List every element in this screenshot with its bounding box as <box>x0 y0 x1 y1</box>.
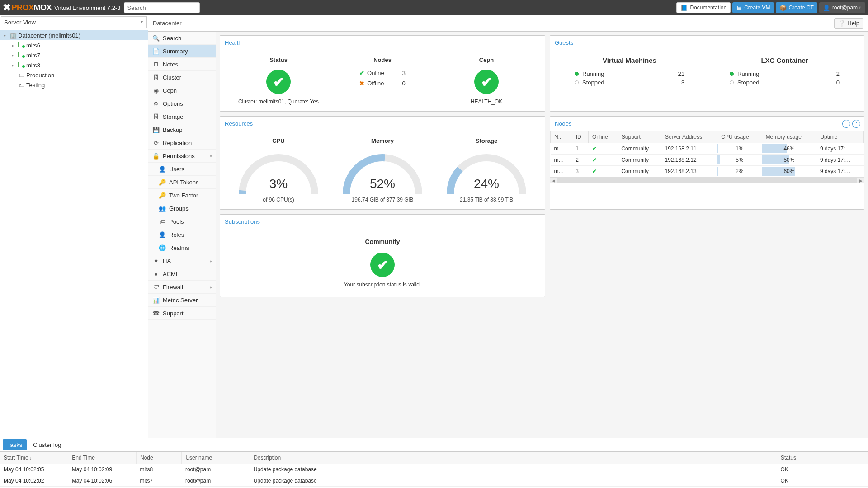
nav-icon: 👤 <box>158 231 166 238</box>
col-header[interactable]: Uptime <box>816 131 864 143</box>
horizontal-scrollbar[interactable]: ◀▶ <box>550 177 864 183</box>
guests-panel: Guests Virtual Machines Running21 Stoppe… <box>550 35 864 112</box>
nav-icon: ♥ <box>152 258 160 264</box>
col-header[interactable]: CPU usage <box>717 131 762 143</box>
tree-node[interactable]: ▸mits7 <box>0 50 148 60</box>
nav-item-acme[interactable]: ●ACME <box>148 267 216 281</box>
nav-item-cluster[interactable]: 🗄Cluster <box>148 71 216 84</box>
col-header[interactable]: N.. <box>551 131 572 143</box>
col-header[interactable]: Support <box>618 131 661 143</box>
nav-icon: 🌐 <box>158 244 166 251</box>
nav-label: Groups <box>169 205 189 212</box>
col-header[interactable]: End Time <box>68 452 137 464</box>
nav-item-metric-server[interactable]: 📊Metric Server <box>148 294 216 307</box>
table-row[interactable]: May 04 10:02:02May 04 10:02:06mits7root@… <box>0 475 868 487</box>
nav-item-options[interactable]: ⚙Options <box>148 97 216 110</box>
resources-panel: Resources CPU 3% of 96 CPU(s) Memory 52%… <box>220 116 545 210</box>
nav-icon: 🗒 <box>152 61 160 68</box>
check-icon: ✔ <box>592 145 597 152</box>
guests-vm-column: Virtual Machines Running21 Stopped3 <box>557 56 703 87</box>
check-icon: ✔ <box>359 70 364 76</box>
expand-icon[interactable]: ▸ <box>12 53 17 58</box>
nav-item-realms[interactable]: 🌐Realms <box>148 241 216 254</box>
nav-item-groups[interactable]: 👥Groups <box>148 202 216 215</box>
nav-item-replication[interactable]: ⟳Replication <box>148 136 216 150</box>
ceph-status-text: HEALTH_OK <box>434 99 538 105</box>
nav-label: Storage <box>163 113 184 120</box>
nav-item-users[interactable]: 👤Users <box>148 163 216 176</box>
tree-datacenter[interactable]: ▾ 🏢 Datacenter (mellmits01) <box>0 30 148 40</box>
nav-icon: 🗄 <box>152 113 160 120</box>
nav-item-ha[interactable]: ♥HA▸ <box>148 254 216 267</box>
tab-cluster-log[interactable]: Cluster log <box>28 439 66 450</box>
nav-label: API Tokens <box>169 179 199 186</box>
create-vm-button[interactable]: 🖥Create VM <box>732 2 774 13</box>
table-row[interactable]: m…2✔Community192.168.2.125%50%9 days 17:… <box>551 155 864 166</box>
tab-tasks[interactable]: Tasks <box>3 439 27 450</box>
nav-item-roles[interactable]: 👤Roles <box>148 228 216 241</box>
panel-title: Resources <box>220 117 545 131</box>
nav-item-summary[interactable]: 📄Summary <box>148 45 216 58</box>
col-header[interactable]: Server Address <box>661 131 717 143</box>
nav-icon: 📊 <box>152 297 160 304</box>
expand-icon[interactable]: ▸ <box>12 43 17 48</box>
gauge-subtitle: of 96 CPU(s) <box>226 197 330 203</box>
nav-item-permissions[interactable]: 🔓Permissions▾ <box>148 150 216 163</box>
col-header[interactable]: Status <box>777 452 868 464</box>
col-header[interactable]: Memory usage <box>762 131 816 143</box>
scroll-left-icon[interactable]: ◀ <box>550 178 557 183</box>
collapse-icon[interactable]: ▾ <box>4 33 9 38</box>
nav-icon: ● <box>152 271 160 277</box>
col-header[interactable]: ID <box>572 131 588 143</box>
table-row[interactable]: May 04 10:02:05May 04 10:02:09mits8root@… <box>0 464 868 475</box>
logo-x-icon: ✖ <box>3 2 11 14</box>
panel-title: Health <box>220 36 545 50</box>
chevron-down-icon[interactable]: ˅ <box>852 120 860 128</box>
nav-item-search[interactable]: 🔍Search <box>148 32 216 45</box>
nav-item-pools[interactable]: 🏷Pools <box>148 215 216 228</box>
server-icon <box>17 42 25 49</box>
col-header[interactable]: Node <box>136 452 181 464</box>
documentation-button[interactable]: 📘Documentation <box>676 2 731 13</box>
tree-pool[interactable]: 🏷Testing <box>0 80 148 90</box>
create-ct-button[interactable]: 📦Create CT <box>776 2 817 13</box>
lxc-stopped-count: 0 <box>836 79 840 86</box>
tree-node[interactable]: ▸mits8 <box>0 60 148 70</box>
scroll-right-icon[interactable]: ▶ <box>858 178 864 183</box>
nav-label: Notes <box>163 61 178 68</box>
bottom-tabs: Tasks Cluster log <box>0 438 868 452</box>
table-row[interactable]: m…3✔Community192.168.2.132%60%9 days 17:… <box>551 166 864 177</box>
view-selector[interactable]: Server View ▼ <box>1 16 147 28</box>
col-header[interactable]: User name <box>182 452 250 464</box>
nav-item-firewall[interactable]: 🛡Firewall▸ <box>148 281 216 294</box>
server-icon <box>17 52 25 59</box>
nav-item-ceph[interactable]: ◉Ceph <box>148 84 216 97</box>
col-header[interactable]: Online <box>589 131 618 143</box>
nav-item-api-tokens[interactable]: 🔑API Tokens <box>148 176 216 189</box>
nav-item-storage[interactable]: 🗄Storage <box>148 110 216 123</box>
check-icon: ✔ <box>592 168 597 174</box>
col-header[interactable]: Start Time↓ <box>0 452 68 464</box>
nav-item-backup[interactable]: 💾Backup <box>148 123 216 136</box>
table-row[interactable]: m…1✔Community192.168.2.111%46%9 days 17:… <box>551 143 864 155</box>
nav-label: Cluster <box>163 74 181 81</box>
tree-pool[interactable]: 🏷Production <box>0 70 148 80</box>
inner-nav: 🔍Search📄Summary🗒Notes🗄Cluster◉Ceph⚙Optio… <box>148 32 216 438</box>
help-button[interactable]: ❔Help <box>834 18 863 29</box>
offline-count: 0 <box>402 80 406 87</box>
nav-icon: 💾 <box>152 127 160 133</box>
tree-node[interactable]: ▸mits6 <box>0 40 148 50</box>
tasks-table: Start Time↓End TimeNodeUser nameDescript… <box>0 452 868 487</box>
chevron-up-icon[interactable]: ˄ <box>842 120 850 128</box>
nav-icon: 🔍 <box>152 35 160 42</box>
search-input[interactable] <box>124 2 200 13</box>
panel-title: Subscriptions <box>220 215 545 229</box>
running-dot-icon <box>575 72 579 76</box>
nav-item-notes[interactable]: 🗒Notes <box>148 58 216 71</box>
nav-label: HA <box>163 258 171 264</box>
user-menu-button[interactable]: 👤root@pam ▼ <box>819 2 865 13</box>
nav-item-support[interactable]: ☎Support <box>148 307 216 320</box>
expand-icon[interactable]: ▸ <box>12 63 17 68</box>
col-header[interactable]: Description <box>250 452 777 464</box>
nav-item-two-factor[interactable]: 🔑Two Factor <box>148 189 216 202</box>
